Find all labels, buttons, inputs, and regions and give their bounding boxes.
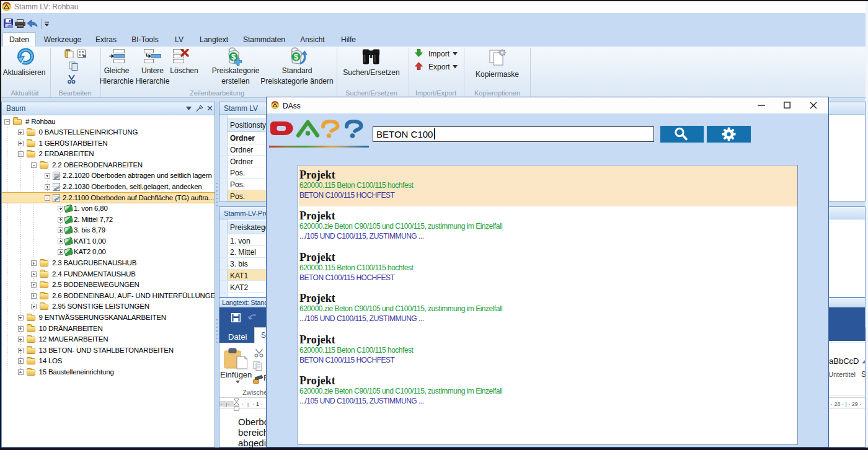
svg-text:$: $ (294, 52, 299, 61)
svg-text:$: $ (231, 52, 236, 61)
